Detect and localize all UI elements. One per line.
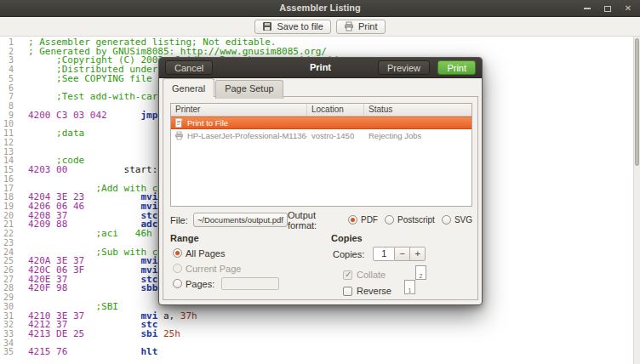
copies-section: Copies Copies: 1 − + Collate [331,233,472,300]
range-radio-pages[interactable]: Pages: [173,279,214,289]
radio-dot-icon [385,215,394,225]
tab-page-setup[interactable]: Page Setup [215,80,283,99]
radio-dot-icon [173,279,182,288]
printer-device-icon [174,131,184,140]
print-dialog-header: Cancel Print Preview Print [159,58,482,78]
all-pages-label: All Pages [186,248,225,259]
checkbox-icon [343,287,352,296]
format-postscript-label: Postscript [397,215,435,225]
column-header-location[interactable]: Location [307,104,364,116]
printer-list-header: Printer Location Status [171,104,471,117]
listing-line: 334213 DE 25 sbi 25h [0,330,633,339]
printer-row-print-to-file[interactable]: Print to File [171,117,471,129]
copies-decrease-button[interactable]: − [395,247,410,261]
collate-label: Collate [357,270,386,280]
reverse-label: Reverse [357,286,391,296]
printer-icon [344,21,354,31]
close-icon[interactable] [624,3,632,14]
toolbar: Save to file Print [0,17,640,37]
column-header-printer[interactable]: Printer [171,104,307,116]
print-dialog: Cancel Print Preview Print Printer Locat… [158,57,483,305]
radio-dot-icon [442,215,451,225]
format-radio-svg[interactable]: SVG [442,215,472,225]
copies-label: Copies: [333,249,364,259]
copies-value[interactable]: 1 [373,247,395,261]
preview-page-2: 2 [415,265,426,280]
printer-row-hp-laserjet[interactable]: HP-LaserJet-Professional-M1136-MFP vostr… [171,129,471,142]
file-output-row: File: ~/Documents/output.pdf Output form… [170,212,472,228]
copies-spinner: 1 − + [373,247,426,261]
tab-general[interactable]: General [163,78,214,97]
print-button[interactable]: Print [336,20,386,34]
save-to-file-label: Save to file [277,21,323,31]
output-file-button[interactable]: ~/Documents/output.pdf [193,213,288,227]
preview-button[interactable]: Preview [378,60,430,75]
file-label: File: [170,215,188,225]
checkbox-icon [343,270,352,280]
window-controls [583,0,632,17]
radio-dot-icon [348,215,357,225]
collate-preview-icon: 2 1 [404,265,426,294]
range-copies-sections: Range All Pages Current Page [170,233,472,300]
current-page-label: Current Page [186,264,241,274]
format-pdf-label: PDF [361,215,378,225]
printer-name: Print to File [187,118,228,128]
minimize-icon[interactable] [583,3,591,14]
printer-list: Printer Location Status Print to File [170,103,472,207]
format-svg-label: SVG [454,215,472,225]
printer-location: vostro-1450 [307,131,364,140]
radio-dot-icon [173,248,182,258]
scrollbar-thumb[interactable] [635,38,639,166]
listing-line: 354215 76 hlt [0,348,633,357]
printer-name: HP-LaserJet-Professional-M1136-MFP [187,131,307,140]
format-radio-pdf[interactable]: PDF [348,215,378,225]
print-dialog-body: Printer Location Status Print to File [159,78,482,304]
app-window: Assembler Listing Save to file Print 1; … [0,0,640,364]
printer-status: Rejecting Jobs [364,131,471,140]
print-to-file-icon [174,118,184,128]
window-title: Assembler Listing [0,0,640,16]
general-tab-panel: Printer Location Status Print to File [163,96,478,300]
preview-page-1: 1 [404,280,415,294]
radio-dot-icon [173,264,182,273]
pages-label: Pages: [186,279,214,289]
range-radio-current-page: Current Page [173,264,241,274]
copies-title: Copies [331,233,472,243]
format-radio-postscript[interactable]: Postscript [385,215,435,225]
column-header-status[interactable]: Status [364,104,471,116]
range-radio-all-pages[interactable]: All Pages [173,248,225,259]
pages-input [221,277,279,290]
save-to-file-button[interactable]: Save to file [254,20,330,34]
range-section: Range All Pages Current Page [170,233,331,300]
dialog-tabs: General Page Setup [163,78,284,97]
maximize-icon[interactable] [603,3,612,14]
print-confirm-button[interactable]: Print [437,60,476,75]
window-titlebar: Assembler Listing [0,0,640,17]
print-dialog-title: Print [159,58,482,77]
output-format-label: Output format: [288,210,340,230]
output-format-group: Output format: PDF Postscript SVG [288,210,472,230]
print-button-label: Print [358,21,378,31]
save-icon [262,21,272,31]
copies-increase-button[interactable]: + [410,247,426,261]
vertical-scrollbar[interactable] [633,37,640,364]
range-title: Range [170,233,331,243]
